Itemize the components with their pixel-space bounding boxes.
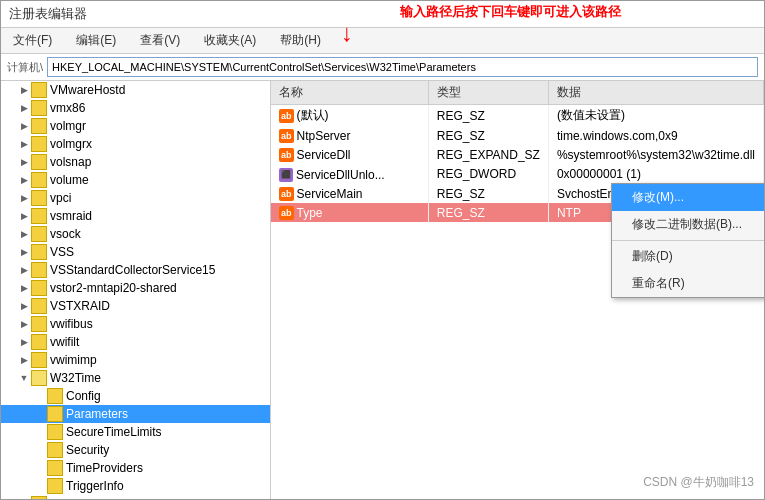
cell-name: ab Type [271, 203, 428, 222]
menu-view[interactable]: 查看(V) [136, 30, 184, 51]
tree-item[interactable]: ▶vwimimp [1, 351, 270, 369]
tree-item[interactable]: ▶VSTXRAID [1, 297, 270, 315]
tree-item-label: volmgr [50, 119, 86, 133]
cell-type: REG_SZ [428, 105, 548, 127]
cell-name: ab ServiceMain [271, 184, 428, 203]
tree-item-label: TimeProviders [66, 461, 143, 475]
tree-item[interactable]: ▶vpci [1, 189, 270, 207]
window-title: 注册表编辑器 [9, 5, 87, 23]
folder-icon [31, 136, 47, 152]
tree-panel[interactable]: ▶VMwareHostd▶vmx86▶volmgr▶volmgrx▶volsna… [1, 81, 271, 500]
address-label: 计算机\ [7, 60, 43, 75]
tree-item[interactable]: Parameters [1, 405, 270, 423]
menu-file[interactable]: 文件(F) [9, 30, 56, 51]
tree-item-label: VSS [50, 245, 74, 259]
address-input[interactable] [47, 57, 758, 77]
table-row[interactable]: ab NtpServerREG_SZtime.windows.com,0x9 [271, 126, 764, 145]
folder-icon [47, 406, 63, 422]
menu-favorites[interactable]: 收藏夹(A) [200, 30, 260, 51]
tree-item[interactable]: ▶volmgr [1, 117, 270, 135]
tree-item[interactable]: Config [1, 387, 270, 405]
folder-icon [31, 172, 47, 188]
col-name[interactable]: 名称 [271, 81, 428, 105]
tree-item[interactable]: ▶vwifilt [1, 333, 270, 351]
tree-item[interactable]: ▶VSS [1, 243, 270, 261]
tree-item[interactable]: TimeProviders [1, 459, 270, 477]
col-type[interactable]: 类型 [428, 81, 548, 105]
tree-item-label: W32Time [50, 371, 101, 385]
context-menu: 修改(M)... 修改二进制数据(B)... 删除(D) 重命名(R) [611, 183, 764, 298]
tree-item[interactable]: ▶vmx86 [1, 99, 270, 117]
menu-bar: 文件(F) 编辑(E) 查看(V) 收藏夹(A) 帮助(H) [1, 28, 764, 54]
main-content: ▶VMwareHostd▶vmx86▶volmgr▶volmgrx▶volsna… [1, 81, 764, 500]
tree-item-label: volume [50, 173, 89, 187]
tree-item[interactable]: ▶volume [1, 171, 270, 189]
tree-item-label: TriggerInfo [66, 479, 124, 493]
folder-icon [47, 388, 63, 404]
cell-name: ab ServiceDll [271, 145, 428, 164]
folder-icon [47, 478, 63, 494]
cell-data: %systemroot%\system32\w32time.dll [548, 145, 763, 164]
col-data[interactable]: 数据 [548, 81, 763, 105]
tree-item[interactable]: ▶VMwareHostd [1, 81, 270, 99]
folder-icon [31, 352, 47, 368]
tree-item[interactable]: ▼W32Time [1, 369, 270, 387]
context-menu-modify-binary[interactable]: 修改二进制数据(B)... [612, 211, 764, 238]
folder-icon [31, 226, 47, 242]
right-panel: 名称 类型 数据 ab (默认)REG_SZ(数值未设置)ab NtpServe… [271, 81, 764, 500]
context-menu-separator [612, 240, 764, 241]
tree-item-label: vwifilt [50, 335, 79, 349]
tree-item[interactable]: ▶volsnap [1, 153, 270, 171]
tree-item-label: vwimimp [50, 353, 97, 367]
tree-item[interactable]: ▶vsmraid [1, 207, 270, 225]
tree-item[interactable]: SecureTimeLimits [1, 423, 270, 441]
folder-icon [31, 82, 47, 98]
tree-item-label: SecureTimeLimits [66, 425, 162, 439]
tree-item-label: vsock [50, 227, 81, 241]
context-menu-delete[interactable]: 删除(D) [612, 243, 764, 270]
tree-item[interactable]: TriggerInfo [1, 477, 270, 495]
tree-item-label: VSTXRAID [50, 299, 110, 313]
tree-item[interactable]: ▶w3logsvc [1, 495, 270, 500]
folder-icon [31, 316, 47, 332]
table-row[interactable]: ab (默认)REG_SZ(数值未设置) [271, 105, 764, 127]
address-bar: 计算机\ [1, 54, 764, 81]
folder-icon [31, 370, 47, 386]
tree-item-label: VSStandardCollectorService15 [50, 263, 215, 277]
folder-icon [31, 262, 47, 278]
tree-item-label: Parameters [66, 407, 128, 421]
menu-help[interactable]: 帮助(H) [276, 30, 325, 51]
menu-edit[interactable]: 编辑(E) [72, 30, 120, 51]
cell-type: REG_SZ [428, 126, 548, 145]
tree-item[interactable]: ▶VSStandardCollectorService15 [1, 261, 270, 279]
folder-icon [47, 424, 63, 440]
folder-icon [31, 280, 47, 296]
tree-item[interactable]: ▶vsock [1, 225, 270, 243]
tree-item-label: vstor2-mntapi20-shared [50, 281, 177, 295]
tree-item-label: Config [66, 389, 101, 403]
tree-item-label: vmx86 [50, 101, 85, 115]
cell-type: REG_DWORD [428, 164, 548, 184]
folder-icon [31, 496, 47, 500]
folder-icon [31, 118, 47, 134]
tree-item[interactable]: ▶vwifibus [1, 315, 270, 333]
table-row[interactable]: ⬛ ServiceDllUnlo...REG_DWORD0x00000001 (… [271, 164, 764, 184]
cell-data: time.windows.com,0x9 [548, 126, 763, 145]
tree-item-label: vwifibus [50, 317, 93, 331]
watermark: CSDN @牛奶咖啡13 [643, 474, 754, 491]
folder-icon [31, 190, 47, 206]
cell-type: REG_EXPAND_SZ [428, 145, 548, 164]
tree-item-label: vsmraid [50, 209, 92, 223]
context-menu-modify[interactable]: 修改(M)... [612, 184, 764, 211]
tree-item[interactable]: ▶volmgrx [1, 135, 270, 153]
folder-icon [31, 298, 47, 314]
table-row[interactable]: ab ServiceDllREG_EXPAND_SZ%systemroot%\s… [271, 145, 764, 164]
cell-name: ab (默认) [271, 105, 428, 127]
cell-type: REG_SZ [428, 203, 548, 222]
tree-item-label: volmgrx [50, 137, 92, 151]
tree-item[interactable]: Security [1, 441, 270, 459]
cell-name: ⬛ ServiceDllUnlo... [271, 164, 428, 184]
tree-item[interactable]: ▶vstor2-mntapi20-shared [1, 279, 270, 297]
folder-icon [47, 460, 63, 476]
context-menu-rename[interactable]: 重命名(R) [612, 270, 764, 297]
